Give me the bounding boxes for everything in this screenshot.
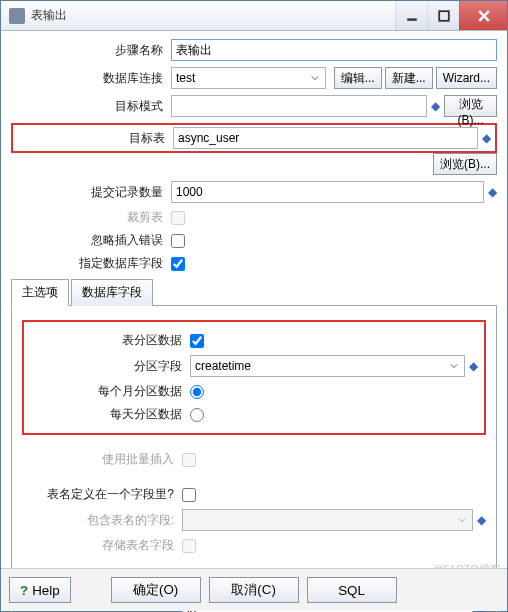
partition-day-radio[interactable] bbox=[190, 408, 204, 422]
tabs: 主选项 数据库字段 bbox=[11, 278, 497, 306]
browse-schema-button[interactable]: 浏览(B)... bbox=[444, 95, 497, 117]
wizard-button[interactable]: Wizard... bbox=[436, 67, 497, 89]
label-partition-month: 每个月分区数据 bbox=[30, 383, 190, 400]
label-field-with-tablename: 包含表名的字段: bbox=[22, 512, 182, 529]
diamond-icon[interactable]: ◆ bbox=[477, 514, 486, 526]
label-partition-data: 表分区数据 bbox=[30, 332, 190, 349]
chevron-down-icon[interactable] bbox=[447, 358, 461, 374]
store-tablename-checkbox[interactable] bbox=[182, 539, 196, 553]
commit-size-input[interactable] bbox=[171, 181, 484, 203]
label-ignore-insert-err: 忽略插入错误 bbox=[11, 232, 171, 249]
step-name-input[interactable] bbox=[171, 39, 497, 61]
truncate-checkbox[interactable] bbox=[171, 211, 185, 225]
partition-field-combo[interactable] bbox=[190, 355, 465, 377]
svg-rect-1 bbox=[439, 11, 449, 21]
footer: ?Help 确定(O) 取消(C) SQL bbox=[1, 568, 507, 611]
tablename-in-field-checkbox[interactable] bbox=[182, 488, 196, 502]
chevron-down-icon[interactable] bbox=[455, 512, 469, 528]
partition-data-checkbox[interactable] bbox=[190, 334, 204, 348]
field-with-tablename-combo[interactable] bbox=[182, 509, 473, 531]
app-icon bbox=[9, 8, 25, 24]
partition-month-radio[interactable] bbox=[190, 385, 204, 399]
label-target-schema: 目标模式 bbox=[11, 98, 171, 115]
edit-button[interactable]: 编辑... bbox=[334, 67, 382, 89]
label-tablename-in-field: 表名定义在一个字段里? bbox=[22, 486, 182, 503]
partition-highlight: 表分区数据 分区字段 ◆ 每个月分区数据 每天分区数据 bbox=[22, 320, 486, 435]
sql-button[interactable]: SQL bbox=[307, 577, 397, 603]
target-schema-input[interactable] bbox=[171, 95, 427, 117]
new-button[interactable]: 新建... bbox=[385, 67, 433, 89]
tab-body: 表分区数据 分区字段 ◆ 每个月分区数据 每天分区数据 使用批量插入 bbox=[11, 306, 497, 612]
titlebar[interactable]: 表输出 bbox=[1, 1, 507, 31]
browse-table-button[interactable]: 浏览(B)... bbox=[433, 153, 497, 175]
specify-fields-checkbox[interactable] bbox=[171, 257, 185, 271]
help-icon: ? bbox=[20, 583, 28, 598]
maximize-button[interactable] bbox=[427, 1, 459, 30]
diamond-icon[interactable]: ◆ bbox=[469, 360, 478, 372]
db-conn-combo[interactable] bbox=[171, 67, 326, 89]
tab-main[interactable]: 主选项 bbox=[11, 279, 69, 306]
label-specify-fields: 指定数据库字段 bbox=[11, 255, 171, 272]
label-truncate: 裁剪表 bbox=[11, 209, 171, 226]
tab-db-fields[interactable]: 数据库字段 bbox=[71, 279, 153, 306]
minimize-button[interactable] bbox=[395, 1, 427, 30]
label-commit-size: 提交记录数量 bbox=[11, 184, 171, 201]
ignore-insert-err-checkbox[interactable] bbox=[171, 234, 185, 248]
close-button[interactable] bbox=[459, 1, 507, 30]
diamond-icon[interactable]: ◆ bbox=[488, 186, 497, 198]
label-store-tablename: 存储表名字段 bbox=[22, 537, 182, 554]
diamond-icon[interactable]: ◆ bbox=[482, 132, 491, 144]
label-target-table: 目标表 bbox=[13, 130, 173, 147]
use-batch-checkbox[interactable] bbox=[182, 453, 196, 467]
cancel-button[interactable]: 取消(C) bbox=[209, 577, 299, 603]
label-partition-field: 分区字段 bbox=[30, 358, 190, 375]
label-use-batch: 使用批量插入 bbox=[22, 451, 182, 468]
window-title: 表输出 bbox=[31, 7, 395, 24]
diamond-icon[interactable]: ◆ bbox=[431, 100, 440, 112]
label-db-conn: 数据库连接 bbox=[11, 70, 171, 87]
label-partition-day: 每天分区数据 bbox=[30, 406, 190, 423]
help-button[interactable]: ?Help bbox=[9, 577, 71, 603]
label-step-name: 步骤名称 bbox=[11, 42, 171, 59]
ok-button[interactable]: 确定(O) bbox=[111, 577, 201, 603]
target-table-input[interactable] bbox=[173, 127, 478, 149]
chevron-down-icon[interactable] bbox=[308, 70, 322, 86]
dialog-window: 表输出 步骤名称 数据库连接 编辑... 新建... Wizard... 目标模… bbox=[0, 0, 508, 612]
